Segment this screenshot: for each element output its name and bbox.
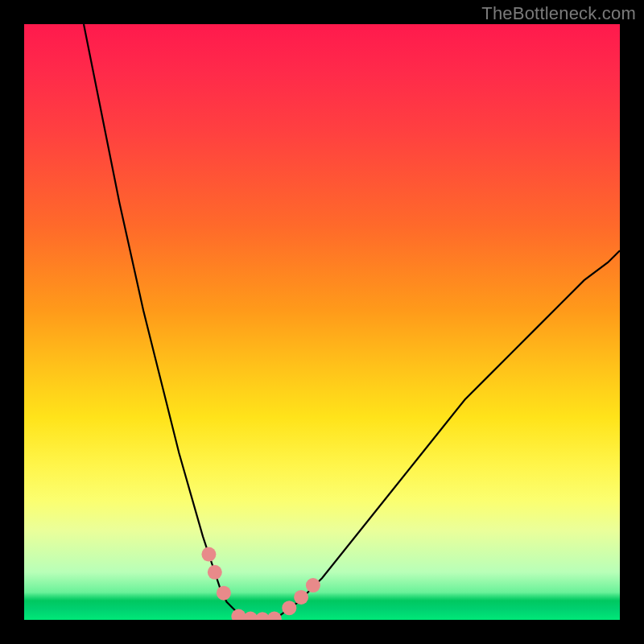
watermark-text: TheBottleneck.com <box>481 3 636 24</box>
chart-frame: TheBottleneck.com <box>0 0 644 644</box>
curves-layer <box>24 24 620 620</box>
bottleneck-curve <box>84 24 620 620</box>
overlay-dot <box>267 612 282 620</box>
curve-left <box>84 24 250 618</box>
overlay-dot <box>208 565 222 580</box>
plot-area <box>24 24 620 620</box>
overlay-dot <box>294 590 308 605</box>
overlay-dot <box>306 578 320 592</box>
overlay-dot <box>217 586 231 601</box>
curve-right <box>275 250 620 618</box>
overlay-dot <box>201 547 216 562</box>
overlay-dot <box>282 601 296 615</box>
